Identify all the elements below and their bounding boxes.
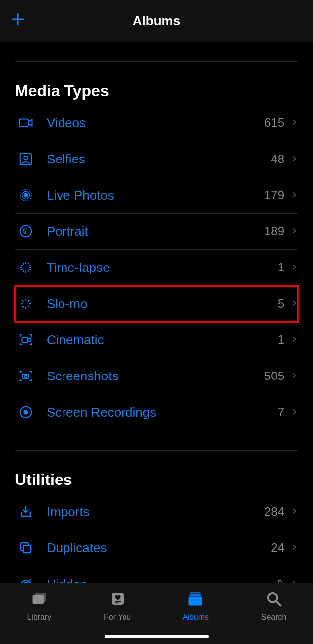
chevron-right-icon	[290, 334, 298, 346]
slomo-icon	[15, 296, 37, 311]
row-count: 189	[264, 224, 284, 238]
tab-label: For You	[104, 613, 131, 622]
row-count: 284	[264, 505, 284, 519]
tab-albums[interactable]: Albums	[163, 590, 228, 622]
svg-line-23	[28, 300, 29, 302]
media_types-row-time-lapse[interactable]: Time-lapse1	[15, 250, 298, 286]
row-label: Selfies	[47, 152, 271, 167]
imports-icon	[15, 504, 37, 519]
svg-rect-30	[22, 337, 28, 342]
svg-point-34	[24, 410, 28, 414]
media_types-row-cinematic[interactable]: Cinematic1	[15, 322, 298, 358]
live-icon	[15, 188, 37, 203]
row-count: 48	[271, 152, 284, 166]
tab-label: Library	[27, 613, 51, 622]
page-title: Albums	[0, 13, 313, 29]
row-count: 1	[278, 333, 284, 347]
svg-line-29	[22, 300, 24, 302]
library-icon	[29, 590, 49, 610]
tab-foryou[interactable]: For You	[85, 590, 150, 622]
chevron-right-icon	[290, 190, 298, 201]
selfie-icon	[15, 152, 37, 166]
screenshot-icon	[15, 369, 37, 383]
svg-rect-45	[189, 594, 201, 596]
svg-line-20	[21, 265, 22, 266]
tab-search[interactable]: Search	[242, 590, 306, 622]
row-count: 179	[264, 188, 284, 202]
chevron-right-icon	[290, 407, 298, 418]
utilities-row-imports[interactable]: Imports284	[15, 494, 298, 530]
svg-line-14	[29, 269, 31, 270]
chevron-right-icon	[290, 298, 298, 310]
tab-library[interactable]: Library	[7, 590, 71, 622]
row-label: Portrait	[47, 224, 264, 239]
row-label: Imports	[47, 504, 264, 520]
row-count: 1	[278, 261, 284, 274]
media-types-list: Videos615Selfies48Live Photos179fPortrai…	[15, 105, 298, 430]
media_types-row-screen-recordings[interactable]: Screen Recordings7	[15, 394, 298, 430]
svg-rect-46	[189, 597, 202, 606]
row-count: 7	[278, 405, 284, 419]
row-label: Duplicates	[47, 540, 271, 556]
foryou-icon	[108, 590, 127, 610]
media_types-row-selfies[interactable]: Selfies48	[15, 141, 298, 177]
timelapse-icon	[15, 260, 37, 275]
nav-bar: Albums	[0, 0, 313, 42]
row-label: Live Photos	[47, 188, 264, 203]
row-count: 615	[264, 116, 284, 130]
svg-point-5	[24, 193, 28, 197]
svg-line-17	[23, 271, 24, 272]
tab-label: Albums	[183, 613, 209, 622]
row-label: Cinematic	[47, 332, 278, 348]
media_types-row-videos[interactable]: Videos615	[15, 105, 298, 141]
row-label: Screenshots	[47, 369, 264, 384]
media_types-row-slo-mo[interactable]: Slo-mo5	[15, 286, 298, 322]
utilities-row-duplicates[interactable]: Duplicates24	[15, 530, 298, 566]
chevron-right-icon	[290, 226, 298, 237]
chevron-right-icon	[290, 262, 298, 273]
svg-line-27	[22, 306, 24, 307]
albums-icon	[186, 590, 205, 610]
chevron-right-icon	[290, 154, 298, 165]
chevron-right-icon	[290, 371, 298, 382]
svg-line-18	[21, 269, 22, 270]
svg-line-12	[29, 265, 31, 266]
svg-rect-43	[115, 603, 119, 604]
svg-rect-42	[115, 601, 121, 602]
svg-point-32	[25, 375, 27, 377]
row-label: Screen Recordings	[47, 405, 278, 420]
row-label: Slo-mo	[47, 296, 278, 312]
search-icon	[264, 590, 284, 610]
svg-line-48	[276, 601, 281, 606]
chevron-right-icon	[290, 506, 298, 518]
chevron-right-icon	[290, 117, 298, 129]
svg-line-25	[28, 306, 29, 307]
svg-rect-2	[20, 119, 29, 127]
svg-text:f: f	[25, 228, 28, 235]
section-utilities-title: Utilities	[15, 451, 298, 494]
row-count: 505	[264, 369, 284, 383]
row-label: Videos	[47, 115, 264, 131]
svg-line-15	[28, 271, 29, 272]
tab-label: Search	[261, 613, 287, 622]
svg-rect-35	[23, 545, 31, 553]
svg-rect-40	[35, 593, 46, 602]
duplicates-icon	[15, 540, 37, 555]
media_types-row-screenshots[interactable]: Screenshots505	[15, 358, 298, 394]
section-media-types-title: Media Types	[15, 62, 298, 105]
portrait-icon: f	[15, 224, 37, 239]
media_types-row-live-photos[interactable]: Live Photos179	[15, 177, 298, 214]
add-button[interactable]	[10, 11, 26, 30]
svg-rect-44	[190, 592, 201, 594]
svg-line-11	[28, 263, 29, 264]
svg-line-21	[23, 263, 24, 264]
media_types-row-portrait[interactable]: fPortrait189	[15, 214, 298, 250]
recording-icon	[15, 405, 37, 420]
svg-point-4	[24, 156, 28, 160]
row-label: Time-lapse	[47, 260, 278, 275]
row-count: 5	[278, 297, 284, 311]
home-indicator	[105, 635, 209, 638]
cinematic-icon	[15, 332, 37, 347]
video-icon	[15, 115, 37, 130]
row-count: 24	[271, 541, 284, 555]
